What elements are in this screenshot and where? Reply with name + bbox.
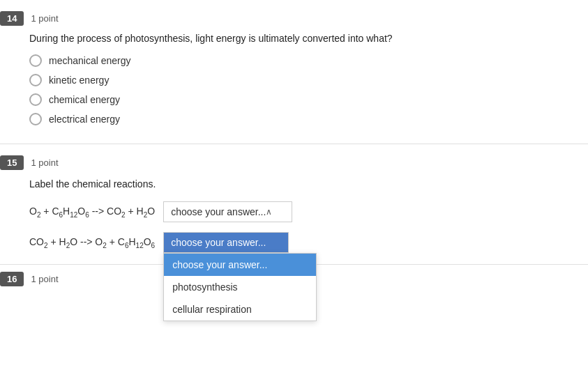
option-mechanical-label: mechanical energy xyxy=(49,55,131,66)
question-15-number: 15 xyxy=(0,155,24,170)
reaction-row-2: CO2 + H2O --> O2 + C6H12O6 choose your a… xyxy=(29,232,588,253)
option-chemical-label: chemical energy xyxy=(49,94,120,105)
reaction-2-formula: CO2 + H2O --> O2 + C6H12O6 xyxy=(29,236,155,249)
question-14-points: 1 point xyxy=(31,13,58,24)
radio-electrical[interactable] xyxy=(29,113,42,125)
option-kinetic[interactable]: kinetic energy xyxy=(29,74,571,86)
dropdown-reaction-2-box[interactable]: choose your answer... xyxy=(163,232,289,253)
dropdown-option-photosynthesis[interactable]: photosynthesis xyxy=(164,276,316,298)
option-kinetic-label: kinetic energy xyxy=(49,75,109,86)
dropdown-option-cellular-respiration[interactable]: cellular respiration xyxy=(164,298,316,321)
question-14-text: During the process of photosynthesis, li… xyxy=(29,31,571,46)
dropdown-reaction-2-menu: choose your answer... photosynthesis cel… xyxy=(163,253,317,321)
reaction-1-formula: O2 + C6H12O6 --> CO2 + H2O xyxy=(29,206,155,219)
question-15-block: 15 1 point Label the chemical reactions.… xyxy=(0,144,588,253)
option-electrical[interactable]: electrical energy xyxy=(29,113,571,125)
question-14-header: 14 1 point xyxy=(0,11,571,26)
option-mechanical[interactable]: mechanical energy xyxy=(29,54,571,67)
question-16-points: 1 point xyxy=(31,274,58,284)
question-14-block: 14 1 point During the process of photosy… xyxy=(0,0,588,144)
question-14-options: mechanical energy kinetic energy chemica… xyxy=(29,54,571,125)
option-chemical[interactable]: chemical energy xyxy=(29,93,571,106)
chevron-up-icon: ∧ xyxy=(266,207,272,217)
option-electrical-label: electrical energy xyxy=(49,114,120,125)
dropdown-reaction-1[interactable]: choose your answer... ∧ xyxy=(163,201,292,222)
radio-chemical[interactable] xyxy=(29,93,42,106)
reaction-row-1: O2 + C6H12O6 --> CO2 + H2O choose your a… xyxy=(29,201,588,222)
radio-kinetic[interactable] xyxy=(29,74,42,86)
dropdown-reaction-2-value: choose your answer... xyxy=(171,237,266,248)
radio-mechanical[interactable] xyxy=(29,54,42,67)
question-15-header: 15 1 point xyxy=(0,155,588,170)
dropdown-reaction-2[interactable]: choose your answer... choose your answer… xyxy=(163,232,289,253)
page-wrapper: 14 1 point During the process of photosy… xyxy=(0,0,588,386)
dropdown-reaction-1-value: choose your answer... xyxy=(171,206,266,217)
question-16-number: 16 xyxy=(0,272,24,286)
question-14-number: 14 xyxy=(0,11,24,26)
reactions-area: O2 + C6H12O6 --> CO2 + H2O choose your a… xyxy=(29,201,588,253)
dropdown-option-choose[interactable]: choose your answer... xyxy=(164,254,316,276)
dropdown-reaction-1-box[interactable]: choose your answer... ∧ xyxy=(163,201,292,222)
question-15-points: 1 point xyxy=(31,157,58,168)
question-15-text: Label the chemical reactions. xyxy=(29,177,588,192)
